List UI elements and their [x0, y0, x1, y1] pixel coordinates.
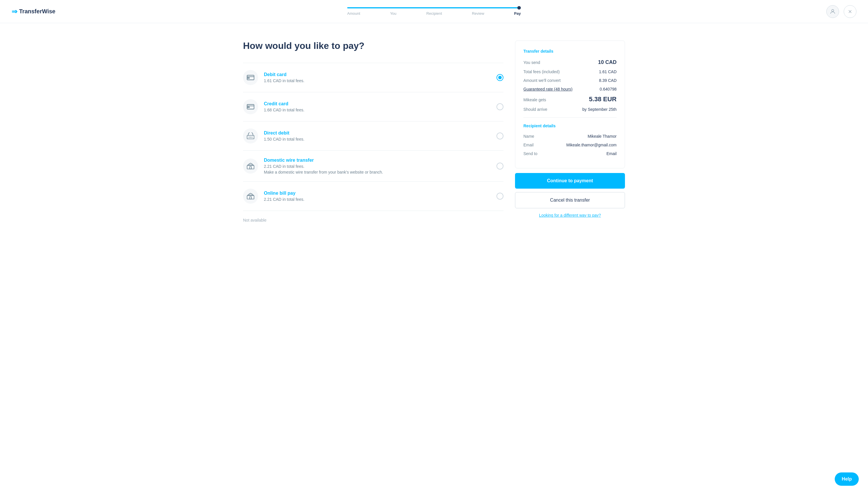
you-send-row: You send 10 CAD [523, 59, 616, 65]
wire-option-name: Domestic wire transfer [264, 158, 496, 163]
wire-radio[interactable] [496, 163, 504, 170]
different-way-link[interactable]: Looking for a different way to pay? [515, 213, 625, 218]
logo-icon: ⇒ [12, 7, 17, 16]
debit-radio[interactable] [496, 74, 504, 81]
svg-rect-15 [247, 195, 254, 199]
billpay-option-content: Online bill pay 2.21 CAD in total fees. [264, 191, 496, 202]
should-arrive-value: by September 25th [582, 107, 616, 112]
credit-option-fee: 1.68 CAD in total fees. [264, 108, 496, 112]
should-arrive-row: Should arrive by September 25th [523, 107, 616, 112]
amount-convert-value: 8.39 CAD [599, 78, 616, 83]
step-pay[interactable]: Pay [514, 11, 521, 16]
debit-option-fee: 1.61 CAD in total fees. [264, 79, 496, 83]
wire-option-content: Domestic wire transfer 2.21 CAD in total… [264, 158, 496, 174]
right-panel: Transfer details You send 10 CAD Total f… [515, 40, 625, 226]
svg-rect-5 [248, 78, 250, 79]
you-send-label: You send [523, 60, 540, 65]
guaranteed-rate-row: Guaranteed rate (48 hours) 0.640798 [523, 87, 616, 91]
recipient-details-title: Recipient details [523, 123, 616, 128]
payment-options: Debit card 1.61 CAD in total fees. Credi… [243, 63, 504, 211]
svg-rect-8 [248, 107, 250, 108]
continue-to-payment-button[interactable]: Continue to payment [515, 173, 625, 189]
total-fees-row: Total fees (included) 1.61 CAD [523, 69, 616, 74]
progress-bar-fill [347, 7, 521, 8]
wire-transfer-icon [243, 158, 258, 174]
send-to-value: Email [607, 151, 616, 156]
logo-text: TransferWise [19, 8, 55, 15]
direct-debit-name: Direct debit [264, 131, 496, 136]
card-divider [523, 117, 616, 118]
left-panel: How would you like to pay? Debit card 1.… [243, 40, 504, 226]
direct-debit-fee: 1.50 CAD in total fees. [264, 137, 496, 141]
direct-debit-radio[interactable] [496, 133, 504, 139]
debit-card-icon [243, 70, 258, 85]
recipient-email-value: Mikeale.thamor@gmail.com [566, 143, 616, 147]
billpay-option-name: Online bill pay [264, 191, 496, 196]
mikeale-gets-row: Mikeale gets 5.38 EUR [523, 96, 616, 103]
svg-rect-14 [250, 167, 252, 169]
you-send-value: 10 CAD [598, 59, 616, 65]
cancel-transfer-button[interactable]: Cancel this transfer [515, 192, 625, 208]
recipient-name-value: Mikeale Thamor [588, 134, 616, 139]
svg-rect-13 [247, 166, 254, 169]
transfer-details-title: Transfer details [523, 49, 616, 53]
debit-option-content: Debit card 1.61 CAD in total fees. [264, 72, 496, 83]
guaranteed-rate-label[interactable]: Guaranteed rate (48 hours) [523, 87, 573, 91]
payment-option-debit[interactable]: Debit card 1.61 CAD in total fees. [243, 63, 504, 92]
recipient-email-row: Email Mikeale.thamor@gmail.com [523, 143, 616, 147]
progress-nav: Amount You Recipient Review Pay [347, 7, 521, 16]
step-amount[interactable]: Amount [347, 11, 360, 16]
send-to-row: Send to Email [523, 151, 616, 156]
credit-option-content: Credit card 1.68 CAD in total fees. [264, 101, 496, 112]
should-arrive-label: Should arrive [523, 107, 547, 112]
logo: ⇒ TransferWise [12, 7, 55, 16]
recipient-name-label: Name [523, 134, 534, 139]
transfer-details-card: Transfer details You send 10 CAD Total f… [515, 40, 625, 168]
amount-convert-row: Amount we'll convert 8.39 CAD [523, 78, 616, 83]
not-available-label: Not available [243, 218, 504, 222]
payment-option-wire[interactable]: Domestic wire transfer 2.21 CAD in total… [243, 151, 504, 182]
credit-option-name: Credit card [264, 101, 496, 106]
svg-rect-16 [250, 197, 252, 199]
avatar-button[interactable] [826, 5, 839, 18]
payment-option-direct-debit[interactable]: Direct debit 1.50 CAD in total fees. [243, 121, 504, 151]
svg-point-0 [832, 9, 834, 11]
recipient-email-label: Email [523, 143, 533, 147]
payment-option-billpay[interactable]: Online bill pay 2.21 CAD in total fees. [243, 182, 504, 211]
page-title: How would you like to pay? [243, 40, 504, 51]
billpay-option-fee: 2.21 CAD in total fees. [264, 197, 496, 202]
progress-bar-container [347, 7, 521, 11]
guaranteed-rate-value: 0.640798 [600, 87, 616, 91]
total-fees-label: Total fees (included) [523, 69, 560, 74]
recipient-name-row: Name Mikeale Thamor [523, 134, 616, 139]
payment-option-credit[interactable]: Credit card 1.68 CAD in total fees. [243, 92, 504, 121]
progress-bar-track [347, 7, 521, 8]
wire-option-fee: 2.21 CAD in total fees. [264, 164, 496, 169]
step-you[interactable]: You [390, 11, 396, 16]
credit-card-icon [243, 99, 258, 114]
amount-convert-label: Amount we'll convert [523, 78, 561, 83]
direct-debit-icon [243, 129, 258, 143]
total-fees-value: 1.61 CAD [599, 69, 616, 74]
header: ⇒ TransferWise Amount You Recipient Revi… [0, 0, 868, 23]
progress-steps: Amount You Recipient Review Pay [347, 11, 521, 16]
billpay-radio[interactable] [496, 193, 504, 200]
step-recipient[interactable]: Recipient [426, 11, 442, 16]
mikeale-gets-value: 5.38 EUR [589, 96, 616, 103]
bill-pay-icon [243, 189, 258, 204]
send-to-label: Send to [523, 151, 537, 156]
mikeale-gets-label: Mikeale gets [523, 98, 546, 102]
credit-radio[interactable] [496, 103, 504, 110]
progress-bar-dot [517, 6, 521, 10]
main-content: How would you like to pay? Debit card 1.… [232, 23, 636, 238]
direct-debit-content: Direct debit 1.50 CAD in total fees. [264, 131, 496, 141]
wire-option-desc: Make a domestic wire transfer from your … [264, 170, 496, 174]
close-button[interactable] [844, 5, 856, 18]
header-actions [826, 5, 856, 18]
debit-option-name: Debit card [264, 72, 496, 77]
step-review[interactable]: Review [472, 11, 484, 16]
